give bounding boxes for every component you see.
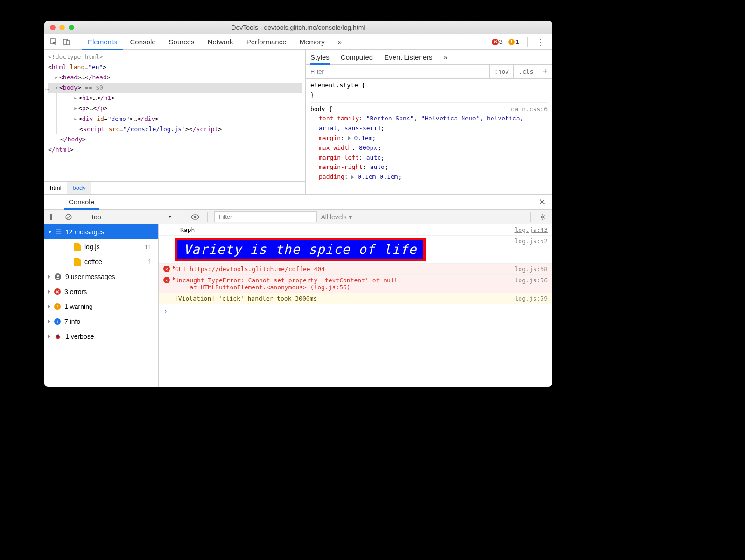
error-message[interactable]: ✕ GET https://devtools.glitch.me/coffee … — [159, 264, 552, 275]
warning-icon: ! — [508, 39, 515, 45]
tabs-overflow[interactable]: » — [332, 34, 347, 50]
log-levels-selector[interactable]: All levels ▾ — [321, 213, 351, 221]
tab-computed[interactable]: Computed — [341, 50, 373, 65]
violation-message[interactable]: [Violation] 'click' handler took 3000ms … — [159, 293, 552, 304]
styles-filter-input[interactable] — [306, 68, 489, 75]
svg-rect-4 — [50, 214, 52, 220]
sidebar-file-logjs[interactable]: log.js11 — [44, 239, 158, 254]
file-icon — [74, 243, 81, 251]
tab-console[interactable]: Console — [125, 34, 162, 50]
tab-performance[interactable]: Performance — [241, 34, 292, 50]
main-tabs: Elements Console Sources Network Perform… — [44, 34, 552, 50]
live-expression-icon[interactable] — [190, 211, 201, 223]
device-toggle-icon[interactable] — [61, 36, 72, 48]
styles-rules[interactable]: element.style { } body {main.css:6 font-… — [306, 79, 552, 194]
styles-tabs-overflow[interactable]: » — [443, 50, 447, 65]
log-message[interactable]: Raph log.js:43 — [159, 224, 552, 236]
cls-toggle[interactable]: .cls — [513, 65, 538, 78]
titlebar: DevTools - devtools.glitch.me/console/lo… — [44, 21, 552, 34]
tab-event-listeners[interactable]: Event Listeners — [384, 50, 432, 65]
file-icon — [74, 258, 81, 266]
svg-rect-2 — [66, 41, 70, 45]
drawer-tab-console[interactable]: Console — [64, 195, 99, 210]
tab-memory[interactable]: Memory — [294, 34, 330, 50]
source-link[interactable]: log.js:68 — [509, 266, 548, 273]
svg-point-9 — [542, 216, 544, 218]
sidebar-file-coffee[interactable]: coffee1 — [44, 254, 158, 269]
console-settings-icon[interactable] — [537, 211, 548, 223]
new-style-rule-icon[interactable]: + — [538, 67, 552, 77]
styles-tabs: Styles Computed Event Listeners » — [306, 50, 552, 65]
inspect-icon[interactable] — [48, 36, 59, 48]
warning-count-badge[interactable]: ! 1 — [508, 38, 519, 45]
source-link[interactable]: log.js:56 — [509, 277, 548, 284]
dom-tree[interactable]: <!doctype html> <html lang="en"> ▸<head>… — [44, 50, 305, 181]
devtools-window: DevTools - devtools.glitch.me/console/lo… — [44, 21, 552, 387]
styles-filter-bar: :hov .cls + — [306, 65, 552, 79]
hov-toggle[interactable]: :hov — [489, 65, 513, 78]
verbose-icon: 🐞 — [54, 333, 62, 340]
selected-body-node[interactable]: ▾<body> == $0 — [48, 83, 302, 93]
clear-console-icon[interactable] — [63, 211, 74, 223]
error-message[interactable]: ✕ Uncaught TypeError: Cannot set propert… — [159, 275, 552, 293]
svg-point-11 — [57, 275, 59, 277]
error-icon: ✕ — [54, 288, 61, 295]
settings-menu-icon[interactable]: ⋮ — [533, 37, 548, 47]
drawer-tabs: ⋮ Console ✕ — [44, 195, 552, 210]
error-icon: ✕ — [163, 266, 170, 272]
user-icon — [54, 273, 62, 280]
console-filter-input[interactable] — [214, 211, 317, 222]
source-link[interactable]: log.js:52 — [509, 238, 548, 245]
sidebar-messages[interactable]: ☰12 messages — [44, 224, 158, 239]
close-drawer-icon[interactable]: ✕ — [536, 197, 548, 207]
sidebar-user-messages[interactable]: 9 user messages — [44, 269, 158, 284]
console-body: ☰12 messages log.js11 coffee1 9 user mes… — [44, 224, 552, 387]
drawer-menu-icon[interactable]: ⋮ — [48, 197, 64, 207]
separator — [527, 37, 528, 47]
sidebar-toggle-icon[interactable] — [48, 211, 59, 223]
console-sidebar: ☰12 messages log.js11 coffee1 9 user mes… — [44, 224, 159, 387]
console-drawer: ⋮ Console ✕ top All levels ▾ — [44, 195, 552, 387]
separator — [77, 37, 77, 47]
error-count-badge[interactable]: ✕ 3 — [492, 38, 503, 45]
log-message-styled[interactable]: Variety is the spice of life log.js:52 — [159, 236, 552, 264]
error-icon: ✕ — [163, 277, 170, 283]
source-link[interactable]: log.js:43 — [509, 226, 548, 233]
styles-pane: Styles Computed Event Listeners » :hov .… — [306, 50, 552, 194]
breadcrumb: html body — [44, 181, 305, 194]
tab-elements[interactable]: Elements — [82, 34, 123, 50]
error-count: 3 — [499, 38, 503, 45]
warning-count: 1 — [516, 38, 519, 45]
breadcrumb-html[interactable]: html — [44, 182, 67, 194]
sidebar-verbose[interactable]: 🐞1 verbose — [44, 329, 158, 344]
dom-tree-pane: <!doctype html> <html lang="en"> ▸<head>… — [44, 50, 306, 194]
sidebar-info[interactable]: i7 info — [44, 314, 158, 329]
tab-network[interactable]: Network — [202, 34, 239, 50]
elements-panel: <!doctype html> <html lang="en"> ▸<head>… — [44, 50, 552, 195]
svg-line-6 — [67, 215, 70, 219]
tab-sources[interactable]: Sources — [163, 34, 200, 50]
sidebar-errors[interactable]: ✕3 errors — [44, 284, 158, 299]
tab-styles[interactable]: Styles — [310, 50, 330, 65]
breadcrumb-body[interactable]: body — [67, 182, 91, 194]
console-messages[interactable]: Raph log.js:43 Variety is the spice of l… — [159, 224, 552, 387]
context-selector[interactable]: top — [88, 213, 176, 221]
element-style-rule: element.style { — [310, 81, 548, 91]
sidebar-warnings[interactable]: !1 warning — [44, 299, 158, 314]
console-prompt[interactable]: › — [159, 304, 552, 318]
doctype-node: <!doctype html> — [48, 53, 103, 60]
info-icon: i — [54, 318, 61, 325]
error-icon: ✕ — [492, 39, 499, 45]
window-title: DevTools - devtools.glitch.me/console/lo… — [44, 24, 552, 31]
css-source-link[interactable]: main.css:6 — [511, 105, 548, 114]
warning-icon: ! — [54, 303, 61, 310]
svg-point-8 — [194, 216, 197, 218]
console-toolbar: top All levels ▾ — [44, 210, 552, 224]
source-link[interactable]: log.js:59 — [509, 295, 548, 302]
